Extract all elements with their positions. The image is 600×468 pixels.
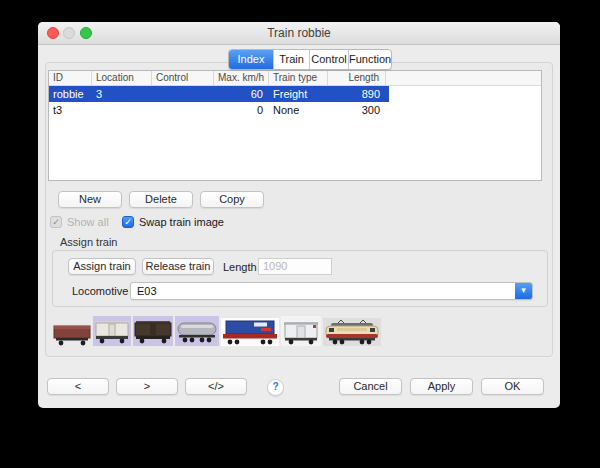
table-header: IDLocationControlMax. km/hTrain typeLeng…	[49, 71, 541, 86]
column-header-max-km-h[interactable]: Max. km/h	[214, 71, 269, 85]
release-train-button[interactable]: Release train	[142, 258, 214, 275]
table-cell: 60	[214, 86, 269, 102]
title-bar: Train robbie	[38, 22, 560, 45]
table-cell: robbie	[49, 86, 92, 102]
wagon-image-tank-car	[175, 316, 219, 346]
wagon-image-reefer-car	[281, 316, 321, 346]
tab-train[interactable]: Train	[273, 50, 309, 69]
next-button[interactable]: >	[116, 378, 178, 395]
wagon-image-locomotive-e03	[323, 318, 381, 346]
table-cell	[92, 102, 152, 118]
code-view-button[interactable]: </>	[185, 378, 247, 395]
locomotive-label: Locomotive	[72, 285, 128, 297]
tab-index[interactable]: Index	[229, 50, 273, 69]
checkbox-icon[interactable]: ✓	[122, 216, 134, 228]
row-action-buttons: NewDeleteCopy	[58, 191, 264, 208]
wagon-image-boxcar-white	[93, 316, 131, 346]
length-label: Length	[223, 261, 257, 273]
table-cell: None	[269, 102, 328, 118]
table-row[interactable]: robbie360Freight890	[49, 86, 389, 102]
tab-control[interactable]: Control	[309, 50, 348, 69]
train-table: IDLocationControlMax. km/hTrain typeLeng…	[48, 70, 542, 181]
table-cell: 0	[214, 102, 269, 118]
checkbox-label: Swap train image	[139, 216, 224, 228]
table-cell: Freight	[269, 86, 328, 102]
tab-bar: IndexTrainControlFunctions	[228, 49, 392, 70]
table-row[interactable]: t30None300	[49, 102, 389, 118]
chevron-down-icon[interactable]: ▾	[515, 283, 532, 299]
help-button[interactable]: ?	[267, 379, 284, 396]
wagon-image-container-car	[221, 318, 279, 346]
checkbox-label: Show all	[67, 216, 109, 228]
new-button[interactable]: New	[58, 191, 122, 208]
table-cell: 300	[328, 102, 386, 118]
locomotive-combobox[interactable]: E03 ▾	[130, 282, 533, 300]
locomotive-selected-value: E03	[137, 283, 157, 299]
assign-train-button[interactable]: Assign train	[68, 258, 136, 275]
table-cell	[152, 86, 214, 102]
train-dialog-window: Train robbie IndexTrainControlFunctions …	[38, 22, 560, 408]
wagon-image-freight-wagon-red	[53, 322, 91, 346]
train-image-strip	[53, 314, 381, 346]
table-cell: 890	[328, 86, 386, 102]
copy-button[interactable]: Copy	[200, 191, 264, 208]
footer-nav-buttons: <></>	[47, 378, 247, 395]
table-cell: 3	[92, 86, 152, 102]
footer-action-buttons: CancelApplyOK	[339, 378, 544, 395]
column-header-length[interactable]: Length	[328, 71, 386, 85]
checkbox-icon: ✓	[50, 216, 62, 228]
column-header-id[interactable]: ID	[49, 71, 92, 85]
window-title: Train robbie	[38, 22, 560, 44]
assign-train-group-title: Assign train	[60, 236, 117, 248]
table-body: robbie360Freight890t30None300	[49, 86, 541, 118]
length-field: 1090	[258, 258, 332, 275]
column-header-train-type[interactable]: Train type	[269, 71, 328, 85]
checkbox-show-all: ✓Show all	[50, 215, 109, 229]
ok-button[interactable]: OK	[481, 378, 544, 395]
table-cell: t3	[49, 102, 92, 118]
column-header-control[interactable]: Control	[152, 71, 214, 85]
cancel-button[interactable]: Cancel	[339, 378, 402, 395]
apply-button[interactable]: Apply	[410, 378, 473, 395]
checkbox-swap-train-image: ✓Swap train image	[122, 215, 224, 229]
wagon-image-boxcar-dark	[133, 316, 173, 346]
table-cell	[152, 102, 214, 118]
column-header-location[interactable]: Location	[92, 71, 152, 85]
delete-button[interactable]: Delete	[129, 191, 193, 208]
prev-button[interactable]: <	[47, 378, 109, 395]
tab-functions[interactable]: Functions	[348, 50, 391, 69]
